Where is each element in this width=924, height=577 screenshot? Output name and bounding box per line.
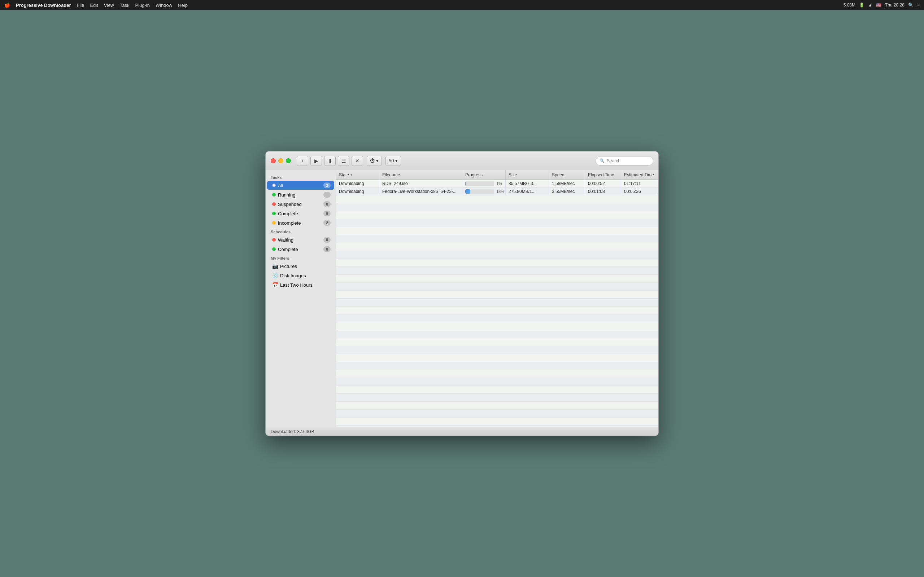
sidebar-item-disk-images[interactable]: 💿 Disk Images (267, 271, 334, 280)
empty-row (336, 338, 658, 346)
empty-row (336, 259, 658, 267)
power-dropdown[interactable]: ⏻ ▾ (367, 156, 382, 166)
waiting-label: Waiting (278, 237, 321, 243)
row1-progress: 1% (462, 180, 506, 187)
row1-threads: 10 (657, 180, 658, 187)
flag-icon: 🇺🇸 (876, 3, 881, 8)
empty-row (336, 402, 658, 410)
complete-badge: 0 (323, 211, 331, 216)
row2-speed: 3.55MB/sec (549, 187, 585, 195)
row1-filename: RDS_249.iso (380, 180, 462, 187)
all-badge: 2 (323, 182, 331, 188)
sidebar-item-pictures[interactable]: 📷 Pictures (267, 262, 334, 271)
empty-row (336, 275, 658, 283)
suspended-badge: 0 (323, 201, 331, 207)
suspended-label: Suspended (278, 201, 321, 207)
incomplete-dot (272, 221, 276, 225)
empty-row (336, 322, 658, 330)
table-area: State ▾ Filename Progress Size Speed Ela… (336, 170, 658, 427)
empty-row (336, 394, 658, 402)
battery-icon: 🔋 (859, 3, 864, 8)
col-header-state[interactable]: State ▾ (336, 170, 380, 179)
col-header-progress[interactable]: Progress (462, 170, 506, 179)
col-header-estimated[interactable]: Estimated Time (621, 170, 657, 179)
waiting-dot (272, 238, 276, 242)
disk-images-icon: 💿 (272, 272, 278, 279)
menu-plugin[interactable]: Plug-in (135, 3, 150, 8)
col-header-speed[interactable]: Speed (549, 170, 585, 179)
incomplete-badge: 2 (323, 220, 331, 226)
col-header-elapsed[interactable]: Elapsed Time (585, 170, 621, 179)
status-text: Downloaded: 87.64GB (271, 429, 314, 434)
menu-window[interactable]: Window (155, 3, 172, 8)
add-button[interactable]: + (297, 156, 308, 166)
play-button[interactable]: ▶ (310, 156, 322, 166)
concurrent-value: 50 (389, 158, 394, 163)
maximize-button[interactable] (286, 158, 291, 163)
remove-button[interactable]: ✕ (352, 156, 363, 166)
dropdown-arrow: ▾ (376, 158, 379, 163)
suspended-dot (272, 202, 276, 206)
search-icon: 🔍 (599, 158, 604, 163)
concurrent-dropdown[interactable]: 50 ▾ (386, 156, 401, 166)
power-icon: ⏻ (370, 158, 375, 163)
schedules-header: Schedules (266, 227, 336, 235)
sidebar-item-complete[interactable]: Complete 0 (267, 209, 334, 218)
app-body: Tasks All 2 Running Suspended 0 (266, 170, 658, 427)
list-button[interactable]: ☰ (338, 156, 349, 166)
menu-task[interactable]: Task (120, 3, 129, 8)
empty-row (336, 267, 658, 275)
sidebar-item-complete-sched[interactable]: Complete 0 (267, 245, 334, 253)
search-menubar-icon[interactable]: 🔍 (908, 3, 914, 8)
empty-row (336, 195, 658, 203)
menu-view[interactable]: View (104, 3, 114, 8)
menu-edit[interactable]: Edit (90, 3, 98, 8)
col-header-size[interactable]: Size (506, 170, 549, 179)
menu-file[interactable]: File (76, 3, 84, 8)
status-bar: Downloaded: 87.64GB (266, 427, 658, 436)
empty-row (336, 251, 658, 259)
sidebar-item-waiting[interactable]: Waiting 0 (267, 235, 334, 244)
col-header-threads[interactable]: Threads (657, 170, 658, 179)
sidebar-item-all[interactable]: All 2 (267, 181, 334, 190)
col-header-filename[interactable]: Filename (380, 170, 462, 179)
row2-state: Downloading (336, 187, 380, 195)
all-label: All (278, 183, 321, 188)
concurrent-arrow: ▾ (395, 158, 398, 163)
pause-button[interactable]: ⏸ (324, 156, 336, 166)
close-button[interactable] (271, 158, 276, 163)
empty-row (336, 314, 658, 322)
sidebar-item-incomplete[interactable]: Incomplete 2 (267, 219, 334, 227)
running-dot (272, 193, 276, 197)
sidebar-item-suspended[interactable]: Suspended 0 (267, 200, 334, 208)
pictures-label: Pictures (280, 264, 331, 269)
table-row[interactable]: Downloading Fedora-Live-Workstation-x86_… (336, 187, 658, 195)
table-row[interactable]: Downloading RDS_249.iso 1% 85.57MB/7.3..… (336, 180, 658, 187)
empty-row (336, 354, 658, 362)
complete-dot (272, 212, 276, 215)
sidebar-item-last-two-hours[interactable]: 📅 Last Two Hours (267, 280, 334, 289)
empty-row (336, 219, 658, 227)
sidebar-item-running[interactable]: Running (267, 190, 334, 199)
tasks-header: Tasks (266, 173, 336, 181)
empty-row (336, 235, 658, 243)
table-header: State ▾ Filename Progress Size Speed Ela… (336, 170, 658, 180)
complete-sched-dot (272, 247, 276, 251)
minimize-button[interactable] (278, 158, 283, 163)
row1-state: Downloading (336, 180, 380, 187)
disk-images-label: Disk Images (280, 273, 331, 279)
row2-filename: Fedora-Live-Workstation-x86_64-23-... (380, 187, 462, 195)
main-window: + ▶ ⏸ ☰ ✕ ⏻ ▾ 50 ▾ 🔍 Tasks All (265, 151, 659, 436)
sort-arrow-state: ▾ (351, 173, 352, 177)
empty-row (336, 283, 658, 291)
row2-size: 275.80MB/1... (506, 187, 549, 195)
row2-progress-bar (465, 189, 494, 193)
menu-help[interactable]: Help (178, 3, 188, 8)
empty-row (336, 211, 658, 219)
list-menubar-icon[interactable]: ≡ (917, 3, 920, 8)
toolbar-buttons: + ▶ ⏸ ☰ ✕ (296, 156, 363, 166)
row2-progress-fill (465, 189, 470, 193)
empty-row (336, 370, 658, 378)
apple-menu[interactable]: 🍎 (4, 3, 10, 8)
search-input[interactable] (607, 158, 646, 163)
